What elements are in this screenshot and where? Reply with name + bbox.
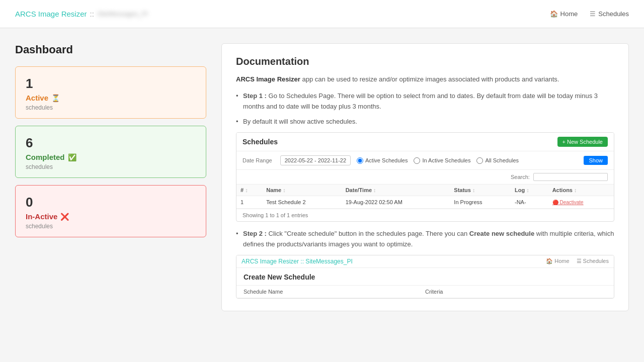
step-1-text: Go to Schedules Page. There will be opti… xyxy=(243,92,598,110)
filter-inactive[interactable]: In Active Schedules xyxy=(414,157,470,164)
filter-active[interactable]: Active Schedules xyxy=(357,157,408,164)
inactive-sub: schedules xyxy=(26,223,196,230)
date-range-input[interactable]: 2022-05-22 - 2022-11-22 xyxy=(280,155,351,165)
active-count: 1 xyxy=(26,76,196,92)
schedule-filter-group: Active Schedules In Active Schedules All… xyxy=(357,157,519,164)
step-1-note: By default it will show active schedules… xyxy=(236,117,614,127)
new-schedule-button[interactable]: + New Schedule xyxy=(557,137,608,147)
nav-schedules-label: Schedules xyxy=(598,10,629,18)
mockup-header: Schedules + New Schedule xyxy=(236,133,614,151)
cell-datetime: 19-Aug-2022 02:50 AM xyxy=(342,196,450,209)
hourglass-icon: ⏳ xyxy=(51,94,60,102)
col-log: Log ↕ xyxy=(511,185,548,196)
completed-text: Completed xyxy=(26,153,65,161)
schedules-table: # ↕ Name ↕ Date/Time ↕ Status ↕ Log ↕ Ac… xyxy=(236,184,614,209)
nav-schedules[interactable]: ☰ Schedules xyxy=(590,10,629,18)
step-2-bold2: Create new schedule xyxy=(469,230,534,237)
list-icon: ☰ xyxy=(590,10,596,18)
create-schedule-mockup: ARCS Image Resizer :: SiteMessages_PI 🏠 … xyxy=(236,255,614,299)
step-1-bold: Step 1 : xyxy=(243,92,267,100)
step-2: Step 2 : Click "Create schedule" button … xyxy=(236,229,614,250)
main-container: Dashboard 1 Active ⏳ schedules 6 Complet… xyxy=(0,28,644,326)
active-label: Active ⏳ xyxy=(26,94,196,102)
search-label: Search: xyxy=(511,174,530,180)
active-card[interactable]: 1 Active ⏳ schedules xyxy=(15,66,206,119)
completed-count: 6 xyxy=(26,135,196,151)
create-schedule-columns: Schedule Name Criteria xyxy=(236,286,614,298)
doc-title: Documentation xyxy=(236,56,614,67)
inactive-count: 0 xyxy=(26,195,196,210)
col-name: Name ↕ xyxy=(262,185,341,196)
cell-name: Test Schedule 2 xyxy=(262,196,341,209)
app-header: ARCS Image Resizer :: SiteMessages_PI 🏠 … xyxy=(0,0,644,28)
brand-subdomain: SiteMessages_PI xyxy=(97,10,148,18)
check-circle-icon: ✅ xyxy=(68,153,76,161)
show-button[interactable]: Show xyxy=(584,156,608,165)
mini-nav-home: 🏠 Home xyxy=(546,258,569,264)
brand-separator: :: xyxy=(90,10,94,18)
dashboard-panel: Dashboard 1 Active ⏳ schedules 6 Complet… xyxy=(15,43,206,311)
search-input[interactable] xyxy=(533,173,608,181)
doc-panel: Documentation ARCS Image Resizer app can… xyxy=(221,43,629,311)
doc-intro-bold: ARCS Image Resizer xyxy=(236,75,300,83)
mini-nav: 🏠 Home ☰ Schedules xyxy=(546,258,609,264)
create-schedule-title: Create New Schedule xyxy=(244,273,607,281)
cell-status: In Progress xyxy=(450,196,511,209)
cell-num: 1 xyxy=(236,196,262,209)
date-range-label: Date Range xyxy=(243,157,272,163)
step-2-text1: Click "Create schedule" button in the sc… xyxy=(269,230,469,237)
completed-card[interactable]: 6 Completed ✅ schedules xyxy=(15,126,206,178)
doc-steps: Step 1 : Go to Schedules Page. There wil… xyxy=(236,91,614,127)
step-1: Step 1 : Go to Schedules Page. There wil… xyxy=(236,91,614,112)
nav-home[interactable]: 🏠 Home xyxy=(550,10,578,18)
completed-label: Completed ✅ xyxy=(26,153,196,161)
brand-name: ARCS Image Resizer xyxy=(15,10,87,18)
cell-log: -NA- xyxy=(511,196,548,209)
col-schedule-name: Schedule Name xyxy=(244,289,425,295)
schedules-mockup: Schedules + New Schedule Date Range 2022… xyxy=(236,132,614,222)
showing-entries: Showing 1 to 1 of 1 entries xyxy=(236,209,614,221)
inactive-card[interactable]: 0 In-Active ❌ schedules xyxy=(15,185,206,237)
search-row: Search: xyxy=(236,169,614,184)
dashboard-title: Dashboard xyxy=(15,43,206,56)
col-num: # ↕ xyxy=(236,185,262,196)
mockup-schedules-title: Schedules xyxy=(243,138,278,146)
top-nav: 🏠 Home ☰ Schedules xyxy=(550,10,629,18)
brand: ARCS Image Resizer :: SiteMessages_PI xyxy=(15,10,148,18)
active-text: Active xyxy=(26,94,48,102)
inactive-text: In-Active xyxy=(26,212,57,221)
cell-actions: 🔴 Deactivate xyxy=(548,196,614,209)
mini-brand: ARCS Image Resizer :: SiteMessages_PI xyxy=(242,258,353,265)
filter-all[interactable]: All Schedules xyxy=(476,157,519,164)
completed-sub: schedules xyxy=(26,163,196,170)
table-header-row: # ↕ Name ↕ Date/Time ↕ Status ↕ Log ↕ Ac… xyxy=(236,185,614,196)
mini-header: ARCS Image Resizer :: SiteMessages_PI 🏠 … xyxy=(236,255,614,268)
doc-intro-text: app can be used to resize and/or optimiz… xyxy=(302,75,559,83)
inactive-label: In-Active ❌ xyxy=(26,212,196,221)
col-criteria: Criteria xyxy=(425,289,607,295)
doc-intro: ARCS Image Resizer app can be used to re… xyxy=(236,74,614,85)
step-2-list: Step 2 : Click "Create schedule" button … xyxy=(236,229,614,250)
home-icon: 🏠 xyxy=(550,10,558,18)
nav-home-label: Home xyxy=(560,10,578,18)
step-2-bold: Step 2 : xyxy=(243,230,267,237)
x-circle-icon: ❌ xyxy=(60,213,69,221)
deactivate-link[interactable]: 🔴 Deactivate xyxy=(552,200,584,205)
col-actions: Actions ↕ xyxy=(548,185,614,196)
col-status: Status ↕ xyxy=(450,185,511,196)
mini-nav-schedules: ☰ Schedules xyxy=(577,258,609,264)
table-row: 1 Test Schedule 2 19-Aug-2022 02:50 AM I… xyxy=(236,196,614,209)
mockup-filters: Date Range 2022-05-22 - 2022-11-22 Activ… xyxy=(236,151,614,169)
step-1-note-text: By default it will show active schedules… xyxy=(243,118,357,125)
active-sub: schedules xyxy=(26,104,196,111)
create-schedule-header: Create New Schedule xyxy=(236,268,614,286)
col-datetime: Date/Time ↕ xyxy=(342,185,450,196)
